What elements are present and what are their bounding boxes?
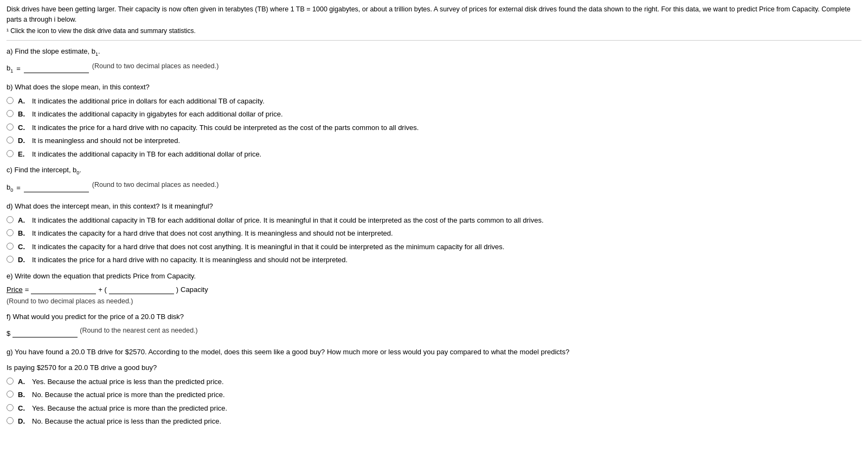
b1-var-label: b1 — [7, 63, 13, 75]
d-option-b-letter: B. — [18, 228, 28, 239]
b-option-c-letter: C. — [18, 122, 28, 133]
g-option-a: A. Yes. Because the actual price is less… — [7, 376, 861, 387]
b-option-d: D. It is meaningless and should not be i… — [7, 135, 861, 146]
d-option-b-text: It indicates the capacity for a hard dri… — [32, 228, 393, 239]
d-option-c: C. It indicates the capacity for a hard … — [7, 242, 861, 252]
a-period: . — [98, 47, 100, 55]
a-var-sub-text: 1 — [10, 68, 13, 74]
g-option-d-text: No. Because the actual price is less tha… — [32, 416, 221, 427]
d-option-b: B. It indicates the capacity for a hard … — [7, 228, 861, 239]
e-plus: + ( — [98, 284, 107, 295]
question-b-label: b) What does the slope mean, in this con… — [7, 82, 861, 93]
d-radio-a[interactable] — [7, 216, 14, 223]
b-option-a: A. It indicates the additional price in … — [7, 96, 861, 107]
f-hint: (Round to the nearest cent as needed.) — [80, 326, 198, 336]
b-option-d-letter: D. — [18, 135, 28, 146]
d-option-d: D. It indicates the price for a hard dri… — [7, 255, 861, 265]
price-label: Price — [7, 284, 23, 295]
e-capacity-label: Capacity — [181, 284, 208, 295]
question-g-sublabel: Is paying $2570 for a 20.0 TB drive a go… — [7, 362, 861, 373]
e-equals: = — [25, 284, 29, 295]
c-equals: = — [16, 183, 21, 193]
g-option-d-letter: D. — [18, 416, 28, 427]
question-d-label: d) What does the intercept mean, in this… — [7, 201, 861, 212]
d-option-c-text: It indicates the capacity for a hard dri… — [32, 242, 504, 252]
b-radio-b[interactable] — [7, 110, 14, 117]
b-option-b-text: It indicates the additional capacity in … — [32, 109, 283, 120]
e-hint: (Round to two decimal places as needed.) — [7, 296, 861, 307]
g-radio-c[interactable] — [7, 404, 14, 411]
b-option-c-text: It indicates the price for a hard drive … — [32, 122, 419, 133]
b-option-e: E. It indicates the additional capacity … — [7, 149, 861, 160]
g-radio-d[interactable] — [7, 417, 14, 424]
d-option-c-letter: C. — [18, 242, 28, 252]
c-var-sub-text: 0 — [10, 187, 13, 192]
c-label-text: c) Find the intercept, b — [7, 166, 76, 174]
g-radio-a[interactable] — [7, 378, 14, 385]
b-radio-e[interactable] — [7, 150, 14, 157]
b0-input[interactable] — [24, 184, 89, 192]
g-radio-b[interactable] — [7, 391, 14, 398]
b-option-c: C. It indicates the price for a hard dri… — [7, 122, 861, 133]
question-g-label: g) You have found a 20.0 TB drive for $2… — [7, 347, 861, 358]
d-option-d-text: It indicates the price for a hard drive … — [32, 255, 348, 265]
b-radio-a[interactable] — [7, 97, 14, 104]
b-radio-d[interactable] — [7, 137, 14, 144]
g-option-b-text: No. Because the actual price is more tha… — [32, 389, 225, 400]
d-radio-c[interactable] — [7, 243, 14, 250]
b-option-e-text: It indicates the additional capacity in … — [32, 149, 261, 160]
question-c-label: c) Find the intercept, b0. — [7, 165, 861, 177]
g-option-b-letter: B. — [18, 389, 28, 400]
g-option-c-letter: C. — [18, 403, 28, 414]
b-option-e-letter: E. — [18, 149, 28, 160]
c-period: . — [79, 166, 81, 174]
b-radio-c[interactable] — [7, 124, 14, 131]
d-radio-d[interactable] — [7, 256, 14, 263]
g-option-a-text: Yes. Because the actual price is less th… — [32, 376, 224, 387]
f-dollar-sign: $ — [7, 328, 10, 339]
g-option-a-letter: A. — [18, 376, 28, 387]
g-options-group: A. Yes. Because the actual price is less… — [7, 376, 861, 427]
e-intercept-input[interactable] — [31, 285, 96, 294]
b-option-b-letter: B. — [18, 109, 28, 120]
intro-text: Disk drives have been getting larger. Th… — [7, 4, 861, 25]
b0-input-row: b0 = (Round to two decimal places as nee… — [7, 180, 861, 196]
equation-row: Price = + ( ) Capacity — [7, 284, 861, 295]
b1-input-row: b1 = (Round to two decimal places as nee… — [7, 61, 861, 77]
d-option-a-text: It indicates the additional capacity in … — [32, 215, 544, 226]
a-label-text: a) Find the slope estimate, b — [7, 47, 95, 55]
e-close-paren: ) — [176, 284, 178, 295]
question-f-label: f) What would you predict for the price … — [7, 311, 861, 322]
d-options-group: A. It indicates the additional capacity … — [7, 215, 861, 265]
c-hint: (Round to two decimal places as needed.) — [92, 180, 218, 190]
a-equals: = — [16, 63, 21, 74]
d-option-d-letter: D. — [18, 255, 28, 265]
b-option-a-letter: A. — [18, 96, 28, 107]
b0-var-label: b0 — [7, 182, 13, 194]
d-option-a-letter: A. — [18, 215, 28, 226]
question-a-label: a) Find the slope estimate, b1. — [7, 46, 861, 58]
f-price-input[interactable] — [12, 329, 78, 337]
b-option-a-text: It indicates the additional price in dol… — [32, 96, 265, 107]
b-option-d-text: It is meaningless and should not be inte… — [32, 135, 180, 146]
divider — [7, 40, 861, 41]
g-option-c-text: Yes. Because the actual price is more th… — [32, 403, 227, 414]
g-option-c: C. Yes. Because the actual price is more… — [7, 403, 861, 414]
b1-input[interactable] — [24, 64, 89, 73]
g-option-b: B. No. Because the actual price is more … — [7, 389, 861, 400]
b-options-group: A. It indicates the additional price in … — [7, 96, 861, 160]
a-hint: (Round to two decimal places as needed.) — [92, 61, 218, 72]
e-slope-input[interactable] — [109, 285, 174, 294]
d-radio-b[interactable] — [7, 229, 14, 236]
d-option-a: A. It indicates the additional capacity … — [7, 215, 861, 226]
f-input-row: $ (Round to the nearest cent as needed.) — [7, 326, 861, 341]
g-option-d: D. No. Because the actual price is less … — [7, 416, 861, 427]
b-option-b: B. It indicates the additional capacity … — [7, 109, 861, 120]
question-e-label: e) Write down the equation that predicts… — [7, 271, 861, 282]
footnote-text: ¹ Click the icon to view the disk drive … — [7, 26, 861, 36]
